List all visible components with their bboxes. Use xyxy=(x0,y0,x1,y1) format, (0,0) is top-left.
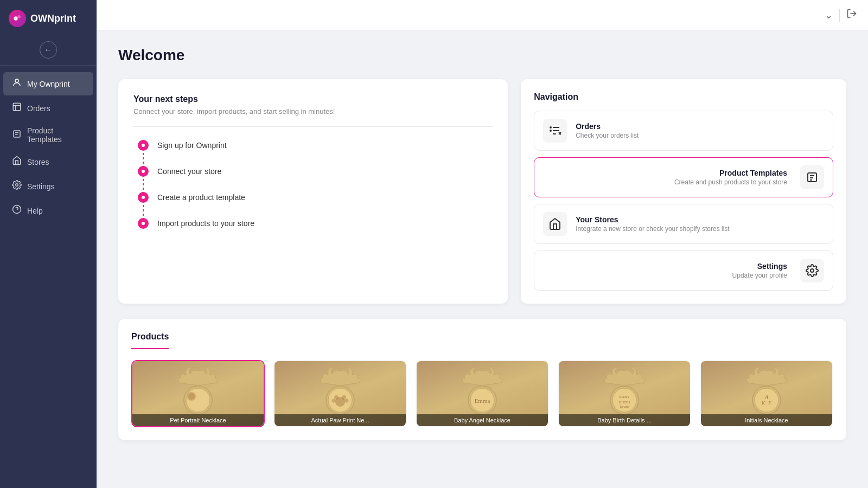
help-icon xyxy=(12,204,22,217)
next-steps-title: Your next steps xyxy=(133,94,493,104)
svg-text:BABY: BABY xyxy=(619,395,629,399)
product-label-5: Initials Necklace xyxy=(701,414,832,426)
sidebar-divider xyxy=(0,65,97,66)
product-card-3[interactable]: Emma Baby Angel Necklace xyxy=(416,360,549,427)
sidebar-item-help[interactable]: Help xyxy=(3,199,93,222)
svg-point-17 xyxy=(550,130,551,131)
product-label-1: Pet Portrait Necklace xyxy=(132,414,264,426)
back-button-area: ← xyxy=(0,37,97,63)
svg-point-28 xyxy=(188,393,195,400)
product-templates-nav-desc: Create and push products to your store xyxy=(543,178,787,186)
page-title: Welcome xyxy=(118,47,846,64)
product-templates-nav-icon xyxy=(800,165,824,189)
nav-item-your-stores[interactable]: Your Stores Integrate a new store or che… xyxy=(534,204,833,244)
svg-text:F: F xyxy=(768,400,771,406)
orders-icon xyxy=(12,102,22,114)
product-label-4: Baby Birth Details ... xyxy=(559,414,690,426)
svg-point-34 xyxy=(332,399,336,403)
svg-point-45 xyxy=(755,388,778,412)
svg-point-2 xyxy=(15,79,18,82)
step-label-2: Connect your store xyxy=(157,167,221,176)
back-button[interactable]: ← xyxy=(40,41,57,59)
sidebar: OWNprint ← My Ownprint Orders xyxy=(0,0,97,488)
top-bar: ⌄ xyxy=(97,0,868,30)
sidebar-label-product-templates: Product Templates xyxy=(27,126,85,144)
chevron-down-icon[interactable]: ⌄ xyxy=(825,9,833,21)
svg-point-24 xyxy=(810,269,814,272)
step-item-1: Sign up for Ownprint xyxy=(138,140,493,151)
sidebar-label-stores: Stores xyxy=(27,158,49,166)
product-card-1[interactable]: Pet Portrait Necklace xyxy=(131,360,265,427)
step-label-1: Sign up for Ownprint xyxy=(157,141,227,150)
svg-text:Emma: Emma xyxy=(475,397,490,404)
stores-nav-label: Your Stores xyxy=(576,215,824,224)
step-item-3: Create a product template xyxy=(138,192,493,203)
sidebar-label-help: Help xyxy=(27,207,43,215)
product-card-5[interactable]: A K F Initials Necklace xyxy=(700,360,833,427)
step-label-4: Import products to your store xyxy=(157,219,254,228)
logo-text: OWNprint xyxy=(30,13,76,24)
orders-nav-text: Orders Check your orders list xyxy=(576,122,824,139)
svg-text:A: A xyxy=(764,394,769,400)
product-templates-nav-text: Product Templates Create and push produc… xyxy=(543,169,792,186)
step-dot-3 xyxy=(138,192,149,203)
products-grid: Pet Portrait Necklace xyxy=(131,360,833,427)
logo-icon xyxy=(9,10,26,27)
sidebar-label-orders: Orders xyxy=(27,104,50,113)
main-content: ⌄ Welcome Your next steps Connect your s… xyxy=(97,0,868,488)
top-bar-divider xyxy=(839,9,840,22)
page-content: Welcome Your next steps Connect your sto… xyxy=(97,30,868,457)
svg-point-32 xyxy=(334,395,339,400)
step-item-2: Connect your store xyxy=(138,166,493,177)
svg-point-1 xyxy=(17,15,21,18)
nav-item-settings[interactable]: Settings Update your profile xyxy=(534,251,833,291)
svg-point-0 xyxy=(14,16,18,21)
svg-rect-3 xyxy=(13,103,21,111)
nav-item-orders[interactable]: Orders Check your orders list xyxy=(534,111,833,151)
product-label-3: Baby Angel Necklace xyxy=(417,414,548,426)
orders-nav-icon xyxy=(543,119,567,143)
cards-row: Your next steps Connect your store, impo… xyxy=(118,79,846,304)
product-label-2: Actual Paw Print Ne... xyxy=(275,414,406,426)
sidebar-item-stores[interactable]: Stores xyxy=(3,150,93,174)
step-dot-4 xyxy=(138,218,149,229)
sidebar-nav: My Ownprint Orders Product Templates xyxy=(0,68,97,227)
settings-nav-icon xyxy=(800,259,824,282)
product-card-2[interactable]: Actual Paw Print Ne... xyxy=(273,360,407,427)
sidebar-item-settings[interactable]: Settings xyxy=(3,175,93,198)
step-label-3: Create a product template xyxy=(157,193,245,202)
svg-point-33 xyxy=(342,395,346,400)
step-dot-1 xyxy=(138,140,149,151)
stores-nav-desc: Integrate a new store or check your shop… xyxy=(576,225,824,233)
next-steps-subtitle: Connect your store, import products, and… xyxy=(133,107,493,115)
product-card-4[interactable]: BABY BIRTH Details Baby Birth Details ..… xyxy=(558,360,691,427)
sidebar-label-my-ownprint: My Ownprint xyxy=(27,80,70,88)
navigation-card: Navigation Orders Check your orders list xyxy=(521,79,846,304)
stores-icon xyxy=(12,156,22,168)
svg-point-9 xyxy=(16,184,18,187)
svg-point-35 xyxy=(345,399,349,403)
my-ownprint-icon xyxy=(12,78,22,90)
products-section: Products Pet Portrait Necklace xyxy=(118,319,846,440)
logo: OWNprint xyxy=(0,0,97,37)
step-dot-2 xyxy=(138,166,149,177)
orders-nav-desc: Check your orders list xyxy=(576,132,824,139)
next-steps-card: Your next steps Connect your store, impo… xyxy=(118,79,508,304)
sidebar-item-orders[interactable]: Orders xyxy=(3,97,93,120)
settings-nav-desc: Update your profile xyxy=(543,272,787,279)
sidebar-item-product-templates[interactable]: Product Templates xyxy=(3,121,93,149)
logout-icon[interactable] xyxy=(846,8,857,22)
sidebar-label-settings: Settings xyxy=(27,182,55,191)
svg-text:BIRTH: BIRTH xyxy=(619,400,630,404)
svg-point-16 xyxy=(550,127,551,128)
settings-nav-label: Settings xyxy=(543,262,787,271)
settings-icon xyxy=(12,180,22,192)
svg-text:K: K xyxy=(761,400,765,406)
product-templates-icon xyxy=(12,129,22,142)
settings-nav-text: Settings Update your profile xyxy=(543,262,792,279)
sidebar-item-my-ownprint[interactable]: My Ownprint xyxy=(3,72,93,95)
steps-divider xyxy=(133,126,493,127)
products-header: Products xyxy=(131,332,169,349)
product-templates-nav-label: Product Templates xyxy=(543,169,787,177)
nav-item-product-templates[interactable]: Product Templates Create and push produc… xyxy=(534,157,833,197)
